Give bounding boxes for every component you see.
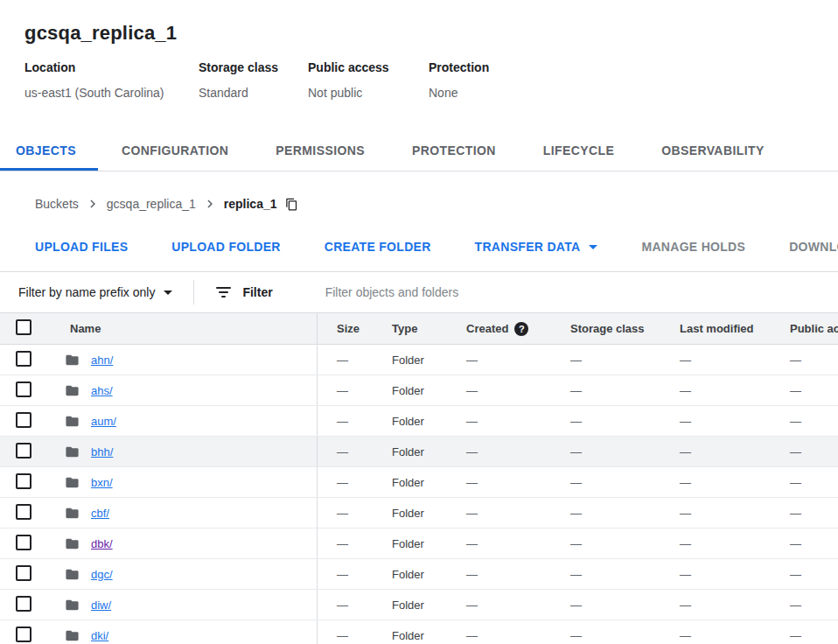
- row-checkbox[interactable]: [16, 473, 31, 489]
- folder-link[interactable]: dbk/: [91, 537, 113, 550]
- folder-icon: [65, 353, 80, 368]
- row-checkbox[interactable]: [16, 565, 31, 581]
- bucket-details-page: gcsqa_replica_1 Location us-east1 (South…: [0, 0, 838, 644]
- folder-link[interactable]: bxn/: [91, 476, 113, 489]
- tab-objects[interactable]: OBJECTS: [0, 130, 98, 171]
- meta-value: us-east1 (South Carolina): [24, 84, 199, 102]
- cell-public-access: —: [771, 445, 838, 458]
- cell-public-access: —: [771, 354, 838, 367]
- breadcrumb-bucket-link[interactable]: gcsqa_replica_1: [107, 197, 196, 211]
- cell-type: Folder: [373, 629, 447, 642]
- cell-storage-class: —: [551, 354, 660, 367]
- folder-link[interactable]: dki/: [91, 629, 108, 642]
- folder-link[interactable]: dgc/: [91, 568, 113, 581]
- chevron-right-icon: [85, 196, 101, 212]
- cell-public-access: —: [771, 507, 838, 520]
- folder-icon: [65, 567, 80, 582]
- table-row: ahn/ — Folder — — — —: [0, 345, 838, 375]
- folder-icon: [65, 536, 80, 551]
- folder-icon: [65, 414, 80, 429]
- cell-last-modified: —: [660, 354, 771, 367]
- folder-icon: [65, 598, 80, 612]
- upload-files-button[interactable]: UPLOAD FILES: [35, 240, 128, 254]
- cell-size: —: [318, 537, 373, 550]
- cell-size: —: [318, 415, 373, 428]
- column-header-name: Name: [49, 313, 318, 344]
- tab-permissions[interactable]: PERMISSIONS: [252, 130, 388, 171]
- cell-created: —: [447, 629, 551, 642]
- cell-storage-class: —: [551, 598, 660, 612]
- cell-storage-class: —: [551, 384, 660, 397]
- cell-size: —: [318, 384, 373, 397]
- tab-lifecycle[interactable]: LIFECYCLE: [520, 130, 638, 171]
- row-checkbox[interactable]: [16, 626, 31, 642]
- table-row: dki/ — Folder — — — —: [0, 620, 838, 644]
- cell-created: —: [447, 384, 551, 397]
- cell-size: —: [318, 476, 373, 489]
- upload-folder-button[interactable]: UPLOAD FOLDER: [171, 240, 280, 254]
- cell-size: —: [318, 629, 373, 642]
- row-checkbox[interactable]: [16, 412, 31, 428]
- cell-public-access: —: [771, 598, 838, 612]
- row-checkbox[interactable]: [16, 535, 31, 550]
- row-checkbox[interactable]: [16, 351, 31, 367]
- meta-protection: Protection None: [429, 59, 489, 102]
- meta-value: None: [429, 84, 489, 102]
- cell-public-access: —: [771, 629, 838, 642]
- folder-icon: [65, 475, 80, 490]
- filter-input[interactable]: [325, 285, 838, 299]
- tab-bar: OBJECTS CONFIGURATION PERMISSIONS PROTEC…: [0, 130, 838, 172]
- manage-holds-button[interactable]: MANAGE HOLDS: [641, 240, 745, 254]
- breadcrumb: Buckets gcsqa_replica_1 replica_1: [0, 172, 838, 220]
- cell-storage-class: —: [551, 537, 660, 550]
- filter-label: Filter: [242, 285, 272, 299]
- column-header-public-access: Public access: [771, 322, 838, 335]
- row-checkbox[interactable]: [16, 596, 31, 612]
- cell-last-modified: —: [660, 476, 771, 489]
- cell-type: Folder: [373, 445, 447, 458]
- column-header-storage-class: Storage class: [551, 322, 660, 335]
- tab-protection[interactable]: PROTECTION: [388, 130, 520, 171]
- filter-scope-dropdown[interactable]: Filter by name prefix only: [18, 285, 172, 299]
- cell-public-access: —: [771, 568, 838, 581]
- tab-observability[interactable]: OBSERVABILITY: [638, 130, 787, 171]
- transfer-data-label: TRANSFER DATA: [475, 240, 581, 254]
- meta-label: Public access: [308, 59, 429, 76]
- column-header-type: Type: [373, 322, 447, 335]
- cell-size: —: [318, 568, 373, 581]
- table-row: ahs/ — Folder — — — —: [0, 375, 838, 406]
- folder-link[interactable]: ahs/: [91, 384, 113, 397]
- filter-bar: Filter by name prefix only Filter: [0, 272, 838, 313]
- cell-storage-class: —: [551, 445, 660, 458]
- help-icon[interactable]: ?: [514, 322, 528, 336]
- folder-link[interactable]: bhh/: [91, 445, 113, 458]
- folder-icon: [65, 506, 80, 521]
- folder-link[interactable]: cbf/: [91, 507, 109, 520]
- download-button[interactable]: DOWNLOAD: [789, 240, 838, 254]
- objects-table: Name Size Type Created ? Storage class L…: [0, 313, 838, 644]
- cell-storage-class: —: [551, 415, 660, 428]
- cell-last-modified: —: [660, 629, 771, 642]
- cell-size: —: [318, 354, 373, 367]
- row-checkbox[interactable]: [16, 504, 31, 520]
- select-all-checkbox[interactable]: [16, 319, 31, 335]
- folder-link[interactable]: aum/: [91, 415, 116, 428]
- cell-created: —: [447, 476, 551, 489]
- folder-link[interactable]: diw/: [91, 598, 111, 612]
- copy-icon[interactable]: [285, 198, 298, 211]
- cell-public-access: —: [771, 537, 838, 550]
- folder-link[interactable]: ahn/: [91, 354, 113, 367]
- cell-type: Folder: [373, 476, 447, 489]
- table-row: bxn/ — Folder — — — —: [0, 467, 838, 498]
- tab-configuration[interactable]: CONFIGURATION: [98, 130, 252, 171]
- cell-created: —: [447, 415, 551, 428]
- object-toolbar: UPLOAD FILES UPLOAD FOLDER CREATE FOLDER…: [0, 220, 838, 272]
- breadcrumb-buckets-link[interactable]: Buckets: [35, 197, 79, 211]
- row-checkbox[interactable]: [16, 443, 31, 458]
- create-folder-button[interactable]: CREATE FOLDER: [325, 240, 431, 254]
- transfer-data-button[interactable]: TRANSFER DATA: [475, 240, 598, 254]
- cell-last-modified: —: [660, 537, 771, 550]
- column-header-created: Created ?: [447, 322, 551, 336]
- table-row: cbf/ — Folder — — — —: [0, 498, 838, 528]
- row-checkbox[interactable]: [16, 382, 31, 397]
